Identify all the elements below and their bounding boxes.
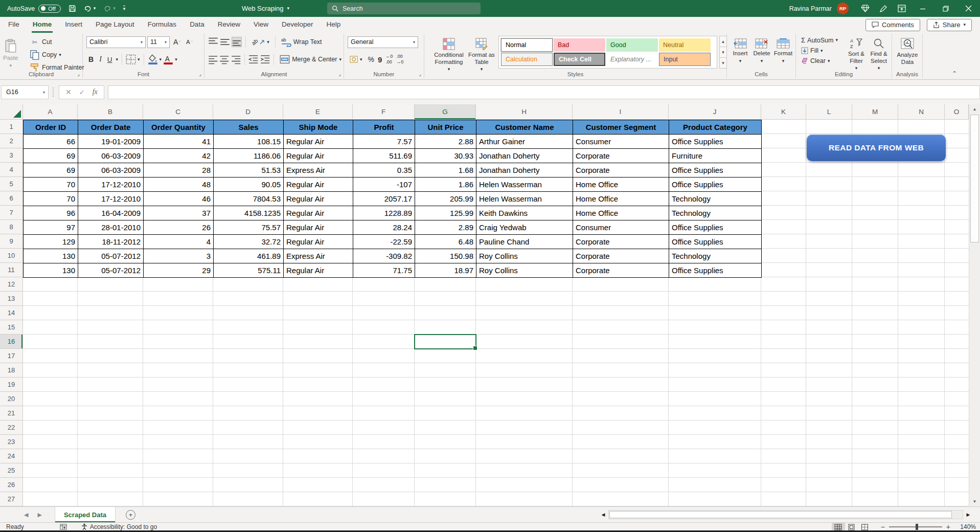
tab-help[interactable]: Help bbox=[320, 17, 348, 33]
cell-E2[interactable]: Regular Air bbox=[284, 135, 353, 149]
close-button[interactable] bbox=[957, 0, 980, 17]
row-header-4[interactable]: 4 bbox=[0, 163, 23, 177]
conditional-formatting-button[interactable]: Conditional Formatting▾ bbox=[434, 36, 464, 72]
cell-B5[interactable]: 17-12-2010 bbox=[78, 178, 144, 192]
cell-C3[interactable]: 42 bbox=[144, 149, 214, 163]
cell-I9[interactable]: Corporate bbox=[573, 235, 669, 249]
row-header-18[interactable]: 18 bbox=[0, 363, 23, 378]
cell-C2[interactable]: 41 bbox=[144, 135, 214, 149]
autosave-pill[interactable]: Off bbox=[38, 5, 60, 13]
row-header-2[interactable]: 2 bbox=[0, 134, 23, 148]
clear-button[interactable]: Clear▾ bbox=[799, 56, 840, 65]
undo-dropdown-icon[interactable]: ▾ bbox=[94, 6, 96, 11]
paste-button[interactable]: Paste ▾ bbox=[3, 37, 18, 68]
row-header-8[interactable]: 8 bbox=[0, 220, 23, 234]
zoom-slider-thumb[interactable] bbox=[916, 524, 918, 530]
cell-G11[interactable]: 18.97 bbox=[415, 263, 476, 278]
title-dropdown-icon[interactable]: ▾ bbox=[287, 6, 289, 11]
cell-J9[interactable]: Office Supplies bbox=[669, 235, 762, 249]
align-left-icon[interactable] bbox=[208, 54, 218, 64]
delete-cells-button[interactable]: Delete▾ bbox=[751, 36, 772, 63]
cell-J7[interactable]: Technology bbox=[669, 206, 762, 220]
cell-J3[interactable]: Furniture bbox=[669, 149, 762, 163]
scroll-down-button[interactable]: ▼ bbox=[969, 497, 980, 506]
cell-G9[interactable]: 6.48 bbox=[415, 235, 476, 249]
selection-box[interactable] bbox=[414, 334, 476, 349]
format-cells-button[interactable]: Format▾ bbox=[772, 36, 794, 63]
row-header-3[interactable]: 3 bbox=[0, 148, 23, 163]
comma-style-button[interactable]: 9 bbox=[378, 55, 382, 64]
cell-I3[interactable]: Corporate bbox=[573, 149, 669, 163]
row-header-1[interactable]: 1 bbox=[0, 120, 23, 134]
cell-F4[interactable]: 0.35 bbox=[353, 163, 415, 178]
sheet-nav-left-button[interactable]: ◀ bbox=[19, 512, 33, 518]
cell-I5[interactable]: Home Office bbox=[573, 178, 669, 192]
sheet-grid[interactable]: Order IDOrder DateOrder QuantitySalesShi… bbox=[23, 120, 969, 506]
user-name[interactable]: Ravina Parmar bbox=[789, 5, 832, 12]
autosum-button[interactable]: ΣAutoSum▾ bbox=[799, 35, 840, 45]
cell-J8[interactable]: Office Supplies bbox=[669, 220, 762, 235]
cell-C4[interactable]: 28 bbox=[144, 163, 214, 178]
cell-A9[interactable]: 129 bbox=[24, 235, 78, 249]
decrease-indent-icon[interactable] bbox=[248, 54, 258, 64]
cell-I10[interactable]: Corporate bbox=[573, 249, 669, 263]
cut-button[interactable]: ✂Cut bbox=[28, 36, 86, 48]
row-header-16[interactable]: 16 bbox=[0, 335, 23, 349]
cell-I2[interactable]: Consumer bbox=[573, 135, 669, 149]
increase-indent-icon[interactable] bbox=[260, 54, 270, 64]
grow-font-button[interactable]: Aˆ bbox=[171, 37, 183, 47]
cell-J6[interactable]: Technology bbox=[669, 192, 762, 206]
bold-button[interactable]: B bbox=[86, 54, 96, 64]
number-dialog-launcher[interactable]: ⌟ bbox=[419, 71, 421, 77]
cell-B8[interactable]: 28-01-2010 bbox=[78, 220, 144, 235]
font-color-icon[interactable]: A bbox=[163, 54, 173, 64]
sort-filter-button[interactable]: AZ Sort & Filter▾ bbox=[845, 36, 868, 71]
cell-J10[interactable]: Technology bbox=[669, 249, 762, 263]
cell-H9[interactable]: Pauline Chand bbox=[476, 235, 573, 249]
cell-C6[interactable]: 46 bbox=[144, 192, 214, 206]
customize-toolbar-button[interactable]: ▾ bbox=[123, 6, 126, 11]
select-all-button[interactable] bbox=[0, 104, 23, 120]
cell-D8[interactable]: 75.57 bbox=[214, 220, 284, 235]
insert-function-button[interactable]: fx bbox=[93, 88, 98, 96]
cell-H11[interactable]: Roy Collins bbox=[476, 263, 573, 278]
cell-I6[interactable]: Home Office bbox=[573, 192, 669, 206]
row-header-19[interactable]: 19 bbox=[0, 378, 23, 392]
cell-A6[interactable]: 70 bbox=[24, 192, 78, 206]
row-header-15[interactable]: 15 bbox=[0, 320, 23, 335]
cell-E6[interactable]: Regular Air bbox=[284, 192, 353, 206]
cell-F3[interactable]: 511.69 bbox=[353, 149, 415, 163]
cell-D9[interactable]: 32.72 bbox=[214, 235, 284, 249]
align-middle-icon[interactable] bbox=[220, 37, 230, 47]
align-top-icon[interactable] bbox=[208, 37, 218, 47]
header-order-quantity[interactable]: Order Quantity bbox=[144, 120, 214, 135]
column-header-L[interactable]: L bbox=[806, 104, 852, 120]
hscroll-left-button[interactable]: ◀ bbox=[599, 510, 607, 519]
cell-B11[interactable]: 05-07-2012 bbox=[78, 263, 144, 278]
cell-H6[interactable]: Helen Wasserman bbox=[476, 192, 573, 206]
cell-I7[interactable]: Home Office bbox=[573, 206, 669, 220]
find-select-button[interactable]: Find & Select▾ bbox=[868, 36, 890, 71]
styles-gallery-down-button[interactable]: ▼ bbox=[719, 47, 727, 58]
cell-F6[interactable]: 2057.17 bbox=[353, 192, 415, 206]
font-size-select[interactable]: 11▾ bbox=[147, 36, 170, 48]
cell-E7[interactable]: Regular Air bbox=[284, 206, 353, 220]
cell-D10[interactable]: 461.89 bbox=[214, 249, 284, 263]
percent-style-button[interactable]: % bbox=[368, 55, 374, 63]
copy-dropdown-icon[interactable]: ▾ bbox=[59, 53, 61, 57]
row-header-7[interactable]: 7 bbox=[0, 206, 23, 220]
cell-H3[interactable]: Jonathan Doherty bbox=[476, 149, 573, 163]
document-title[interactable]: Web Scraping ▾ bbox=[242, 0, 289, 17]
tab-review[interactable]: Review bbox=[211, 17, 247, 33]
fill-button[interactable]: Fill▾ bbox=[799, 46, 840, 55]
cell-A11[interactable]: 130 bbox=[24, 263, 78, 278]
sheet-nav-right-button[interactable]: ▶ bbox=[33, 512, 46, 518]
format-as-table-button[interactable]: Format as Table▾ bbox=[467, 36, 496, 72]
accounting-format-button[interactable]: ▾ bbox=[348, 55, 364, 64]
row-header-27[interactable]: 27 bbox=[0, 492, 23, 506]
tab-home[interactable]: Home bbox=[26, 17, 59, 33]
cell-G4[interactable]: 1.68 bbox=[415, 163, 476, 178]
cell-G7[interactable]: 125.99 bbox=[415, 206, 476, 220]
cell-H2[interactable]: Arthur Gainer bbox=[476, 135, 573, 149]
row-header-10[interactable]: 10 bbox=[0, 249, 23, 263]
